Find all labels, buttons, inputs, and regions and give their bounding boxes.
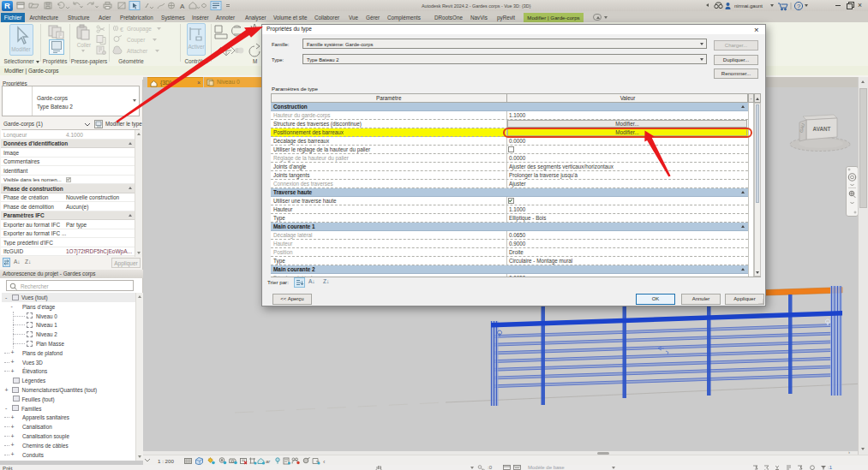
svg-text:AVANT: AVANT [813,126,831,132]
svg-text:Groupage: Groupage [127,26,152,33]
svg-text:Couper: Couper [127,37,146,44]
svg-text:€: € [120,27,123,33]
svg-text:ar: ar [266,459,271,464]
svg-text:Attacher: Attacher [127,48,148,54]
svg-text:A: A [180,3,185,10]
svg-text:?: ? [797,2,800,9]
